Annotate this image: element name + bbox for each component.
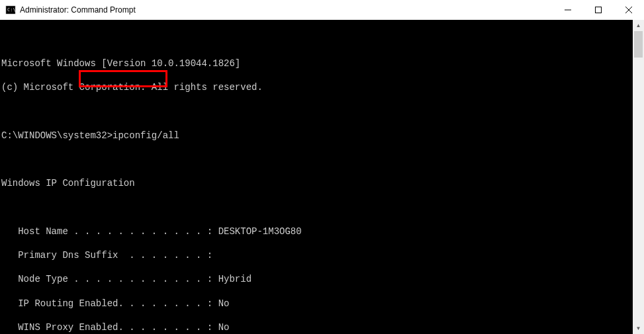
ip-config-header: Windows IP Configuration (1, 178, 135, 188)
wins-proxy-value: No (218, 322, 230, 333)
vertical-scrollbar[interactable]: ▲ ▼ (633, 20, 644, 334)
command-prompt-window: C:\ Administrator: Command Prompt Micros… (0, 0, 644, 334)
maximize-button[interactable] (583, 0, 614, 20)
node-type-value: Hybrid (218, 274, 252, 284)
minimize-button[interactable] (553, 0, 583, 20)
titlebar[interactable]: C:\ Administrator: Command Prompt (0, 0, 644, 20)
window-controls (553, 0, 644, 20)
terminal-content: Microsoft Windows [Version 10.0.19044.18… (1, 45, 633, 334)
close-button[interactable] (614, 0, 644, 20)
copyright-text: (c) Microsoft Corporation. All rights re… (1, 82, 263, 93)
version-text: Microsoft Windows [Version 10.0.19044.18… (1, 58, 240, 69)
scrollbar-up-arrow[interactable]: ▲ (633, 20, 644, 31)
host-name-label: Host Name . . . . . . . . . . . . : (1, 226, 218, 237)
cmd-icon: C:\ (5, 5, 16, 15)
svg-rect-3 (596, 7, 602, 13)
primary-dns-label: Primary Dns Suffix . . . . . . . : (1, 250, 212, 261)
ip-routing-value: No (218, 298, 230, 309)
scrollbar-down-arrow[interactable]: ▼ (633, 323, 644, 334)
scrollbar-track[interactable] (633, 31, 644, 323)
node-type-label: Node Type . . . . . . . . . . . . : (1, 274, 218, 284)
host-name-value: DESKTOP-1M3OG80 (218, 226, 302, 237)
prompt-text: C:\WINDOWS\system32> (1, 130, 113, 141)
svg-text:C:\: C:\ (7, 7, 16, 13)
wins-proxy-label: WINS Proxy Enabled. . . . . . . . : (1, 322, 218, 333)
scrollbar-thumb[interactable] (634, 31, 643, 58)
ip-routing-label: IP Routing Enabled. . . . . . . . : (1, 298, 218, 309)
terminal-area[interactable]: Microsoft Windows [Version 10.0.19044.18… (0, 20, 644, 334)
command-text: ipconfig/all (113, 130, 179, 141)
window-title: Administrator: Command Prompt (20, 5, 136, 15)
